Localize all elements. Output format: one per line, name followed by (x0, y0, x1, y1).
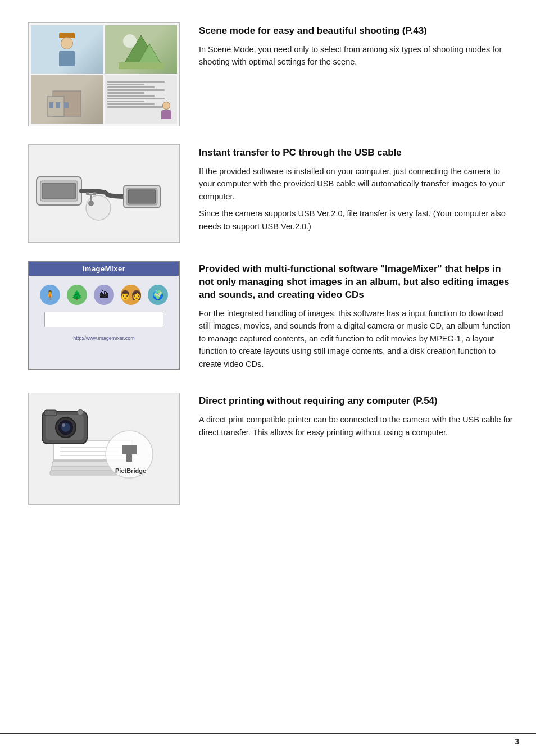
pictbridge-illustration: PictBridge (28, 393, 180, 505)
usb-transfer-section: Instant transfer to PC through the USB c… (22, 144, 514, 243)
pictbridge-image: PictBridge (22, 393, 185, 505)
scene-cell-building (31, 75, 103, 124)
svg-point-16 (88, 201, 94, 206)
svg-rect-11 (42, 183, 76, 199)
imagemixer-url: http://www.imagemixer.com (73, 335, 135, 341)
svg-point-19 (86, 192, 89, 195)
imagemixer-image: ImageMixer 🧍 🌲 🏔 👨‍👩 🌍 http://www.imagem… (22, 261, 185, 370)
usb-transfer-body1: If the provided software is installed on… (199, 165, 514, 203)
page-content: Scene mode for easy and beautiful shooti… (0, 0, 536, 756)
bottom-rule (0, 733, 536, 734)
page-number: 3 (515, 737, 519, 746)
svg-rect-7 (64, 102, 69, 108)
svg-rect-35 (44, 410, 57, 416)
imagemixer-body: For the integrated handling of images, t… (199, 307, 514, 370)
scene-mode-section: Scene mode for easy and beautiful shooti… (22, 22, 514, 126)
im-icon-person: 🧍 (40, 285, 60, 305)
imagemixer-icons-row: 🧍 🌲 🏔 👨‍👩 🌍 (40, 285, 168, 305)
pictbridge-text: Direct printing without requiring any co… (199, 393, 514, 443)
usb-transfer-title: Instant transfer to PC through the USB c… (199, 147, 514, 160)
svg-point-34 (62, 423, 65, 427)
scene-cell-person (31, 25, 103, 74)
svg-point-3 (123, 34, 137, 48)
svg-rect-6 (56, 102, 60, 108)
imagemixer-content-box (44, 312, 164, 327)
svg-rect-14 (128, 190, 156, 203)
svg-point-36 (78, 409, 83, 415)
usb-transfer-text: Instant transfer to PC through the USB c… (199, 144, 514, 237)
svg-text:PictBridge: PictBridge (115, 467, 146, 474)
scene-cell-textdata (105, 75, 178, 124)
scene-mode-image (22, 22, 185, 126)
im-icon-family: 👨‍👩 (121, 285, 141, 305)
usb-image (22, 144, 185, 243)
svg-rect-2 (119, 62, 163, 69)
imagemixer-illustration: ImageMixer 🧍 🌲 🏔 👨‍👩 🌍 http://www.imagem… (28, 261, 180, 370)
pictbridge-body: A direct print compatible printer can be… (199, 413, 514, 439)
pictbridge-section: PictBridge Direct printing without requi… (22, 393, 514, 505)
imagemixer-title-text: Provided with multi-functional software … (199, 263, 514, 302)
scene-mode-text: Scene mode for easy and beautiful shooti… (199, 22, 514, 73)
svg-point-15 (86, 195, 111, 220)
scene-mode-title: Scene mode for easy and beautiful shooti… (199, 25, 514, 38)
imagemixer-text: Provided with multi-functional software … (199, 261, 514, 375)
im-icon-world: 🌍 (148, 285, 168, 305)
usb-illustration (28, 144, 180, 243)
im-icon-mountain: 🏔 (94, 285, 114, 305)
svg-point-20 (93, 192, 96, 195)
scene-illustration (28, 22, 180, 126)
pictbridge-title: Direct printing without requiring any co… (199, 395, 514, 408)
imagemixer-title: ImageMixer (29, 262, 179, 276)
scene-mode-body: In Scene Mode, you need only to select f… (199, 43, 514, 69)
scene-cell-mountain (105, 25, 178, 74)
im-icon-tree: 🌲 (67, 285, 87, 305)
usb-transfer-body2: Since the camera supports USB Ver.2.0, f… (199, 207, 514, 233)
svg-rect-8 (49, 102, 53, 108)
imagemixer-section: ImageMixer 🧍 🌲 🏔 👨‍👩 🌍 http://www.imagem… (22, 261, 514, 375)
